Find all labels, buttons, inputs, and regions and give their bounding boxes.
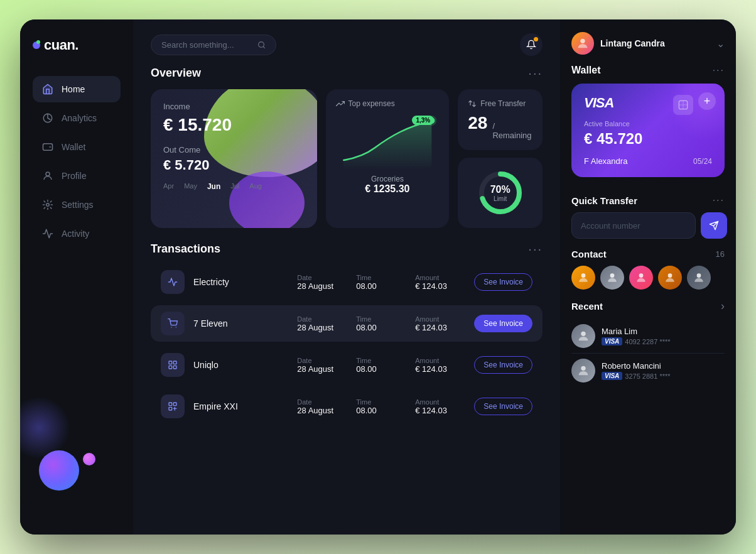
transfer-number: 28 [468, 113, 487, 133]
contact-title: Contact [571, 249, 607, 259]
recent-card-brand-1: VISA [602, 372, 622, 380]
svg-rect-15 [169, 403, 172, 406]
quick-transfer-section: Quick Transfer ··· [571, 195, 725, 239]
donut-chart: 70% Limit [475, 168, 526, 218]
recent-card-brand-0: VISA [602, 337, 622, 345]
invoice-button-0[interactable]: See Invoice [474, 273, 532, 291]
account-number-input[interactable] [571, 212, 696, 239]
add-card-button[interactable]: + [698, 92, 716, 110]
user-header: Lintang Candra ⌄ [571, 32, 725, 55]
app-name: cuan. [44, 37, 78, 53]
header-right [520, 33, 543, 56]
recent-card-info-0: VISA 4092 2287 **** [602, 337, 725, 345]
credit-card: VISA + Active Balance € 45.720 [571, 84, 725, 177]
month-jun: Jun [207, 182, 220, 191]
recent-header: Recent › [571, 300, 725, 313]
contact-avatar-3[interactable] [629, 266, 653, 290]
transaction-amount-2: Amount € 124.03 [415, 357, 465, 374]
contact-avatar-2[interactable] [600, 266, 624, 290]
list-item[interactable]: Maria Lim VISA 4092 2287 **** [571, 319, 725, 354]
donut-label: Limit [490, 195, 510, 202]
list-item[interactable]: Roberto Mancini VISA 3275 2881 **** [571, 354, 725, 388]
wallet-more-button[interactable]: ··· [713, 65, 725, 76]
sidebar-item-analytics[interactable]: Analytics [33, 105, 121, 131]
svg-point-10 [176, 327, 176, 327]
recent-card-num-1: 3275 2881 **** [625, 372, 670, 380]
wallet-icon [41, 141, 54, 153]
contact-avatar-1[interactable] [571, 266, 595, 290]
recent-title: Recent [571, 301, 603, 312]
sidebar-label-activity: Activity [62, 229, 89, 239]
wallet-header: Wallet ··· [571, 65, 725, 76]
transaction-icon-empirexxi [161, 394, 185, 418]
income-card: Income € 15.720 Out Come € 5.720 Apr May… [151, 89, 317, 228]
svg-rect-12 [169, 366, 172, 369]
svg-point-3 [46, 204, 50, 207]
sidebar-glow-1 [20, 396, 70, 459]
income-blob-2 [229, 171, 305, 228]
overview-more-button[interactable]: ··· [528, 66, 543, 80]
wallet-section: Wallet ··· VISA + [571, 65, 725, 185]
search-input[interactable] [161, 40, 252, 50]
activity-icon [41, 227, 54, 240]
notification-button[interactable] [520, 33, 543, 56]
svg-rect-17 [169, 407, 172, 410]
transactions-more-button[interactable]: ··· [528, 242, 543, 256]
expenses-title: Top expenses [336, 99, 440, 108]
activity-chart-icon [168, 277, 178, 287]
send-icon [709, 220, 719, 231]
quick-transfer-more-button[interactable]: ··· [713, 195, 725, 206]
sidebar-item-activity[interactable]: Activity [33, 220, 121, 247]
sidebar-item-settings[interactable]: Settings [33, 192, 121, 218]
search-bar[interactable] [151, 35, 276, 55]
income-label: Income [163, 102, 305, 111]
recent-chevron[interactable]: › [721, 300, 725, 313]
sidebar-item-wallet[interactable]: Wallet [33, 134, 121, 160]
transaction-amount-3: Amount € 124.03 [415, 398, 465, 415]
invoice-button-3[interactable]: See Invoice [474, 398, 532, 415]
analytics-icon [41, 112, 54, 124]
chip-icon [677, 99, 689, 111]
overview-cards: Income € 15.720 Out Come € 5.720 Apr May… [133, 89, 560, 228]
recent-info-maria: Maria Lim VISA 4092 2287 **** [602, 327, 725, 345]
search-icon [257, 40, 266, 50]
month-jul: Jul [230, 182, 239, 191]
sidebar-item-profile[interactable]: Profile [33, 163, 121, 189]
transaction-date-3: Date 28 August [297, 398, 347, 415]
transaction-icon-electricity [161, 270, 185, 294]
sidebar-item-home[interactable]: Home [33, 76, 121, 102]
transaction-name-1: 7 Eleven [193, 318, 288, 329]
logo: cuan. [33, 37, 121, 53]
transaction-name-3: Empire XXI [193, 401, 288, 411]
transaction-time-3: Time 08.00 [356, 398, 406, 415]
contact-avatars [571, 266, 725, 290]
contact-avatar-5[interactable] [687, 266, 711, 290]
send-transfer-button[interactable] [701, 212, 727, 239]
shopping-cart-icon [168, 318, 178, 329]
svg-point-27 [581, 332, 585, 336]
contact-header: Contact 16 [571, 249, 725, 259]
user-avatar-icon [576, 36, 590, 50]
overview-title: Overview [151, 67, 201, 80]
user-info: Lintang Candra [571, 32, 665, 55]
expenses-label: Top expenses [348, 99, 395, 108]
top-expenses-card: Top expenses 1,3% [326, 89, 450, 228]
table-row: Uniqlo Date 28 August Time 08.00 Amount … [151, 347, 543, 383]
invoice-button-2[interactable]: See Invoice [474, 356, 532, 374]
header [133, 19, 560, 66]
recent-card-info-1: VISA 3275 2881 **** [602, 372, 725, 380]
logo-icon [33, 41, 40, 49]
contact-avatar-4[interactable] [658, 266, 682, 290]
avatar [571, 32, 594, 55]
profile-icon [41, 170, 54, 182]
svg-point-9 [171, 327, 171, 327]
invoice-button-1[interactable]: See Invoice [474, 315, 532, 332]
month-labels: Apr May Jun Jul Aug [163, 182, 305, 191]
trending-up-icon [336, 99, 345, 108]
svg-point-22 [581, 273, 586, 278]
sidebar-decorative-ball-2 [83, 453, 95, 465]
transaction-time-1: Time 08.00 [356, 315, 406, 332]
home-icon [41, 83, 54, 95]
user-menu-chevron[interactable]: ⌄ [716, 38, 725, 50]
sidebar-label-wallet: Wallet [62, 142, 85, 152]
